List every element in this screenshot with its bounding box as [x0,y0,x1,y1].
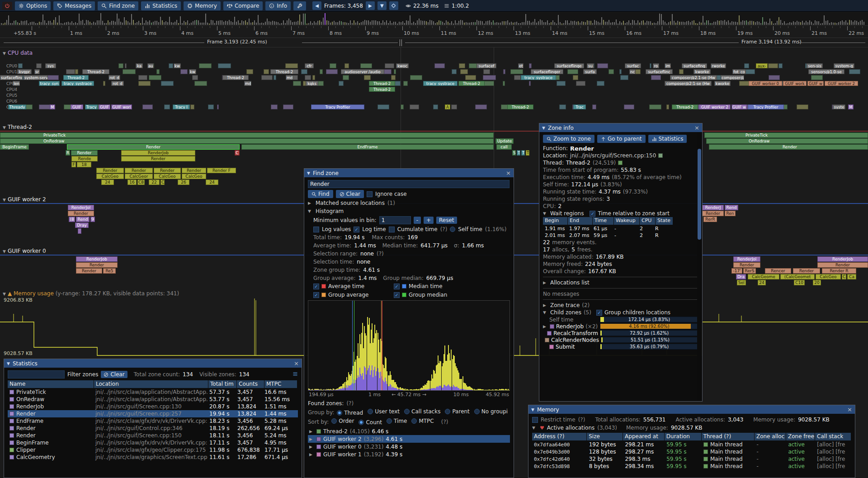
cpu-zone[interactable] [769,75,780,80]
allocation-row[interactable]: 0x7dfaa64e00192 bytes298.21 ms59.95 sMai… [532,441,851,448]
cpu-zone[interactable] [434,63,444,68]
cpu-zone[interactable] [199,63,212,68]
collapse-icon[interactable]: ▼ [3,51,6,56]
cpu-zone[interactable] [169,63,173,68]
timeline-zone[interactable]: et [518,63,524,68]
timeline-zone[interactable]: RenderJol [68,205,94,210]
cpu-zone[interactable] [475,104,487,109]
thread-header[interactable]: ▼GUIF worker 2 [3,196,46,203]
memory-column-header[interactable]: Call stack [815,433,851,440]
timeline-zone[interactable]: PrivateTick [0,133,494,138]
cpu-zone[interactable] [75,69,78,74]
timeline-zone[interactable]: Thread-2 [507,104,533,109]
timeline-zone[interactable]: Thread-2 [82,69,109,74]
timeline-zone[interactable]: Thread-2 [369,81,395,86]
timeline-zone[interactable]: -17' [731,268,742,274]
timeline-zone[interactable]: GUIF worker 0 [749,81,782,86]
cpu-zone[interactable] [483,81,494,86]
timeline-zone[interactable]: surfac [625,63,641,68]
stats-column-header[interactable]: Location [94,380,208,388]
timeline-zone[interactable]: S [512,150,516,156]
cpu-zone[interactable] [559,104,566,109]
cpu-zone[interactable] [330,63,336,68]
cpu-zone[interactable] [679,69,684,74]
min-bin-decrement-button[interactable]: - [414,217,421,224]
cpu-zone[interactable] [666,104,669,109]
wait-column-header[interactable]: End [568,217,592,225]
table-row[interactable]: CalcGeometryjni/../jni/src/claw/graphics… [8,454,298,461]
timeline-zone[interactable]: kwoc [396,63,409,68]
timeline-zone[interactable]: (CalcGeomet [780,274,815,279]
timeline-zone[interactable]: T [517,150,520,156]
timeline-zone[interactable]: Tracy Profiler [311,104,364,109]
timeline-zone[interactable]: CalcGeo [816,274,841,279]
table-row[interactable]: RenderJobjni/../jni/src/guif/Screen.cpp:… [8,403,298,410]
table-row[interactable]: BeginFramejni/../jni/src/claw/gfx/drv/vk… [8,439,298,446]
wait-table-row[interactable]: 2.01 ms2.07 ms59 µs-2R [543,232,698,239]
statistics-button[interactable]: Statistics [648,135,687,143]
timeline-zone[interactable]: Render [67,144,240,150]
child-zone-row[interactable]: CalcRenderNodes51.51 µs (1.15%) [543,336,698,343]
wait-column-header[interactable]: State [656,217,673,225]
stats-column-header[interactable]: Counts [237,380,264,388]
timeline-zone[interactable]: C8 [137,180,145,185]
cpu-zone[interactable] [344,63,349,68]
cpu-zone[interactable] [410,104,420,109]
timeline-zone[interactable]: C [160,180,165,185]
wait-column-header[interactable]: CPU [640,217,655,225]
timeline-zone[interactable]: Render [733,262,760,268]
call-stack-cell[interactable]: [alloc] [fre [815,441,851,448]
cpu-zone[interactable] [451,104,457,109]
collapse-icon[interactable]: ▼ [7,361,10,366]
table-row[interactable]: OnRedrawjni/../jni/src/claw/application/… [8,396,298,403]
cpu-zone[interactable] [312,75,315,80]
timeline-zone[interactable]: F [71,162,76,167]
stats-column-header[interactable]: Total tim [208,380,236,388]
cpu-zone[interactable] [261,75,273,80]
cpu-zone[interactable] [592,104,597,109]
timeline-zone[interactable]: Ca [847,274,856,279]
wait-table-row[interactable]: 1.91 ms1.97 ms61 µs-2R [543,225,698,232]
thread-header[interactable]: ▼Thread-2 [3,124,32,130]
timeline-zone[interactable]: CalcGeome [748,274,779,279]
timeline-zone[interactable]: kworke [714,81,731,86]
toolbar-button-tools[interactable] [293,1,306,10]
timeline-zone[interactable]: 24 [101,180,114,185]
cpu-zone[interactable] [529,63,532,68]
cpu-zone[interactable] [293,81,301,86]
timeline-zone[interactable]: CalcGeor [125,174,153,179]
timeline-zone[interactable]: kvgpr [17,69,32,74]
timeline-zone[interactable]: GUIF [71,104,83,109]
timeline-zone[interactable]: Thready [8,104,26,109]
timeline-zone[interactable]: ro [653,63,659,68]
thread-header[interactable]: ▼GUIF worker 0 [3,248,46,254]
timeline-zone[interactable]: syste [833,104,845,109]
cpu-zone[interactable] [385,63,394,68]
toolbar-button-messages[interactable]: Messages [53,1,95,10]
group-by-user-text[interactable]: User text [368,408,400,415]
timeline-zone[interactable]: tracy_systrace [423,81,458,86]
expand-icon[interactable]: ▶ [309,437,312,441]
timeline-zone[interactable]: Dra [736,274,746,279]
timeline-zone[interactable]: RenderJ [702,205,724,210]
cpu-zone[interactable] [744,63,749,68]
timeline-zone[interactable]: Tracy I [173,104,190,109]
timeline-zone[interactable]: Rencer [765,268,791,274]
prev-frame-button[interactable]: ◀ [312,1,321,10]
address-cell[interactable]: 0x7e049b3d00 [532,449,587,455]
cpu-zone[interactable] [320,69,323,74]
cpu-zone[interactable] [649,104,661,109]
timeline-zone[interactable]: Render [71,150,98,156]
cpu-zone[interactable] [597,81,604,86]
call-stack-cell[interactable]: [alloc] [fre [815,449,851,455]
reset-button[interactable]: Reset [436,217,457,224]
timeline-zone[interactable]: Render [76,268,102,274]
cpu-zone[interactable] [459,63,465,68]
cpu-zone[interactable] [624,104,635,109]
expand-icon[interactable]: ▶ [309,429,312,434]
close-icon[interactable]: × [694,125,699,131]
timeline-zone[interactable]: M [848,104,854,109]
next-frame-button[interactable]: ▶ [366,1,375,10]
memory-column-header[interactable]: Thread (?) [702,433,754,440]
cpu-zone[interactable] [510,69,524,74]
